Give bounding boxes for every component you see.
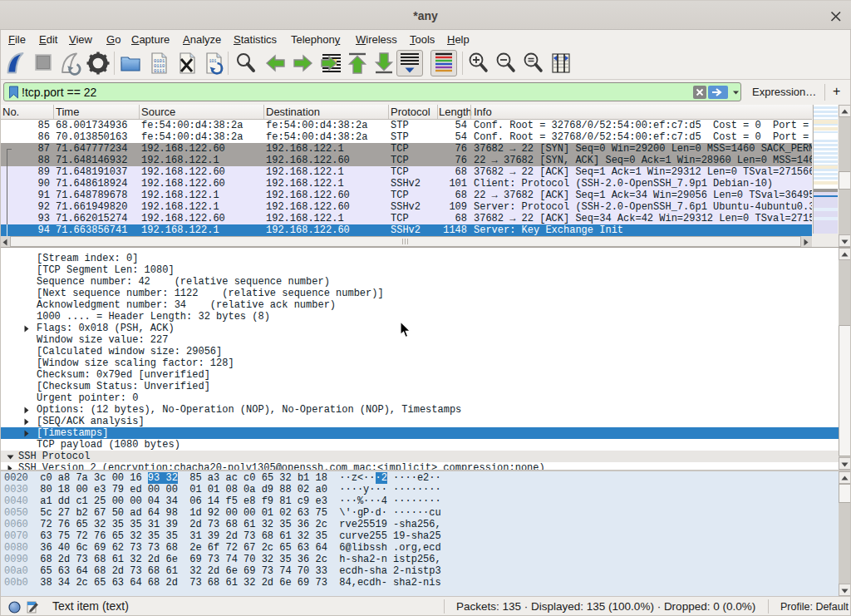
svg-text:101: 101 [209, 59, 217, 64]
svg-text:0111: 0111 [154, 68, 165, 74]
